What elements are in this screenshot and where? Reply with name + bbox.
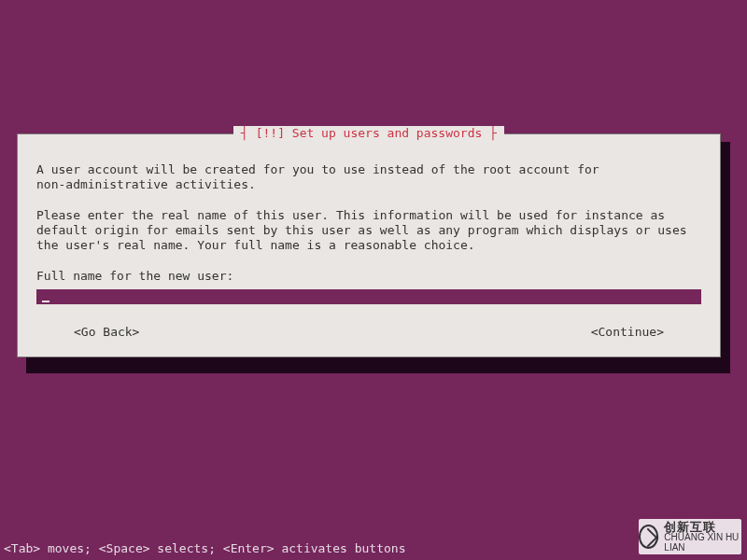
title-decor-right: ├ <box>482 126 497 140</box>
watermark-cn: 创新互联 <box>664 521 741 534</box>
continue-button[interactable]: <Continue> <box>591 325 664 340</box>
title-decor-left: ┤ <box>241 126 256 140</box>
installer-dialog: ┤ [!!] Set up users and passwords ├ A us… <box>17 133 721 357</box>
dialog-buttons: <Go Back> <Continue> <box>36 325 701 340</box>
title-text: [!!] Set up users and passwords <box>256 126 483 140</box>
text-cursor <box>42 301 49 302</box>
watermark: 创新互联 CHUANG XIN HU LIAN <box>639 519 741 554</box>
dialog-title: ┤ [!!] Set up users and passwords ├ <box>233 126 504 141</box>
dialog-title-bar: ┤ [!!] Set up users and passwords ├ <box>18 126 720 141</box>
go-back-button[interactable]: <Go Back> <box>74 325 139 340</box>
dialog-description: A user account will be created for you t… <box>36 162 701 284</box>
watermark-logo-icon <box>639 525 658 549</box>
watermark-en: CHUANG XIN HU LIAN <box>664 533 741 553</box>
watermark-text: 创新互联 CHUANG XIN HU LIAN <box>664 521 741 553</box>
full-name-input[interactable] <box>36 289 701 304</box>
footer-hint: <Tab> moves; <Space> selects; <Enter> ac… <box>4 541 405 556</box>
